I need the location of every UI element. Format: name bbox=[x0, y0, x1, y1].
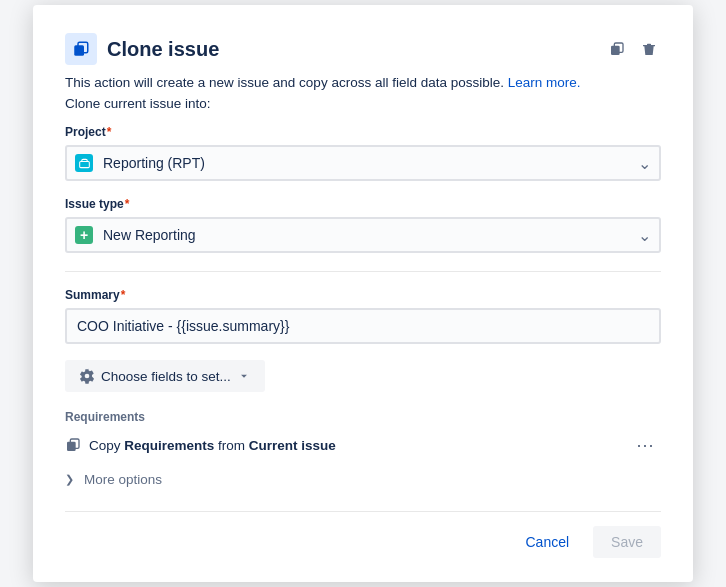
more-options-button[interactable]: More options bbox=[80, 470, 166, 489]
copy-icon-button[interactable] bbox=[605, 37, 629, 61]
trash-icon bbox=[641, 41, 657, 57]
more-options-chevron-icon: ❯ bbox=[65, 473, 74, 486]
info-text-content: This action will create a new issue and … bbox=[65, 75, 504, 90]
requirements-more-button[interactable]: ⋯ bbox=[630, 432, 661, 458]
requirements-left: Copy Requirements from Current issue bbox=[65, 437, 336, 453]
choose-fields-label: Choose fields to set... bbox=[101, 369, 231, 384]
copy-icon bbox=[609, 41, 625, 57]
summary-field-group: Summary* bbox=[65, 288, 661, 344]
learn-more-link[interactable]: Learn more. bbox=[508, 75, 581, 90]
clone-icon-wrap bbox=[65, 33, 97, 65]
modal-header: Clone issue bbox=[65, 33, 661, 65]
issue-type-required-marker: * bbox=[125, 197, 130, 211]
more-options-row: ❯ More options bbox=[65, 470, 661, 489]
requirements-copy-text: Copy Requirements from Current issue bbox=[89, 438, 336, 453]
issue-type-select[interactable]: New Reporting bbox=[65, 217, 661, 253]
svg-rect-5 bbox=[67, 442, 76, 451]
project-label: Project* bbox=[65, 125, 661, 139]
project-select[interactable]: Reporting (RPT) bbox=[65, 145, 661, 181]
clone-into-label: Clone current issue into: bbox=[65, 96, 661, 111]
issue-type-select-wrapper: + New Reporting ⌄ bbox=[65, 217, 661, 253]
section-divider bbox=[65, 271, 661, 272]
requirements-copy-icon bbox=[65, 437, 81, 453]
save-button[interactable]: Save bbox=[593, 526, 661, 558]
requirements-row: Copy Requirements from Current issue ⋯ bbox=[65, 432, 661, 458]
issue-type-label-text: Issue type bbox=[65, 197, 124, 211]
more-options-label: More options bbox=[84, 472, 162, 487]
header-actions bbox=[605, 37, 661, 61]
project-field-group: Project* Reporting (RPT) ⌄ bbox=[65, 125, 661, 181]
modal-footer: Cancel Save bbox=[65, 511, 661, 558]
clone-header-icon bbox=[72, 40, 90, 58]
summary-label-text: Summary bbox=[65, 288, 120, 302]
req-bold-2: Current issue bbox=[249, 438, 336, 453]
choose-fields-button[interactable]: Choose fields to set... bbox=[65, 360, 265, 392]
delete-icon-button[interactable] bbox=[637, 37, 661, 61]
svg-rect-2 bbox=[611, 46, 620, 55]
project-label-text: Project bbox=[65, 125, 106, 139]
settings-icon bbox=[79, 368, 95, 384]
issue-type-label: Issue type* bbox=[65, 197, 661, 211]
clone-issue-modal: Clone issue This action will create a ne… bbox=[33, 5, 693, 582]
project-required-marker: * bbox=[107, 125, 112, 139]
summary-required-marker: * bbox=[121, 288, 126, 302]
issue-type-field-group: Issue type* + New Reporting ⌄ bbox=[65, 197, 661, 253]
modal-title: Clone issue bbox=[107, 38, 595, 61]
summary-label: Summary* bbox=[65, 288, 661, 302]
requirements-section: Requirements Copy Requirements from Curr… bbox=[65, 410, 661, 458]
summary-input[interactable] bbox=[65, 308, 661, 344]
requirements-label: Requirements bbox=[65, 410, 661, 424]
req-bold-1: Requirements bbox=[124, 438, 214, 453]
info-text: This action will create a new issue and … bbox=[65, 75, 661, 90]
svg-rect-0 bbox=[74, 45, 84, 56]
project-select-wrapper: Reporting (RPT) ⌄ bbox=[65, 145, 661, 181]
cancel-button[interactable]: Cancel bbox=[511, 526, 583, 558]
choose-fields-chevron-icon bbox=[237, 369, 251, 383]
